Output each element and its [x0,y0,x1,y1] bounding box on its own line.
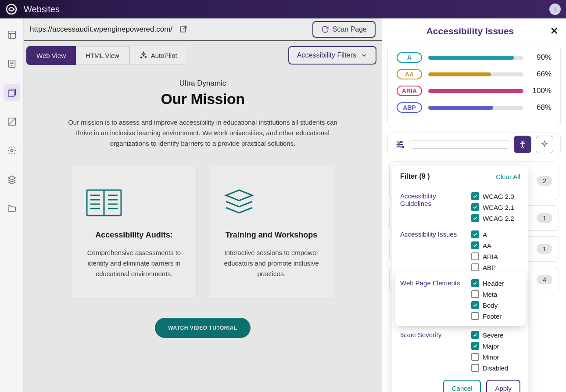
filter-option-body[interactable]: Body [471,301,520,309]
checkbox-icon [471,203,479,211]
card-text: Comprehensive assessments to identify an… [84,248,184,279]
accessibility-filters-button[interactable]: Accessibility Filters [288,46,376,65]
filter-section-elements: Web Page ElementsHeaderMetaBodyFooter [397,273,524,324]
search-input[interactable] [409,140,509,149]
filter-option-aa[interactable]: AA [471,241,520,249]
sidebar-layers[interactable] [4,171,20,188]
tab-autopilot[interactable]: AutoPilot [129,46,187,65]
filter-option-minor[interactable]: Minor [471,353,520,361]
clear-all-link[interactable]: Clear All [496,173,520,180]
badge-a: A [397,52,422,63]
accessibility-icon-button[interactable] [514,136,531,153]
issue-count-badge: 1 [537,244,552,254]
checkbox-icon [471,214,479,222]
avatar[interactable]: I [549,4,561,15]
option-label: Disabled [483,364,508,372]
svg-point-5 [11,149,13,152]
option-label: Major [483,342,499,350]
badge-aa: AA [397,69,422,79]
filter-option-major[interactable]: Major [471,342,520,350]
sidebar-settings[interactable] [4,142,20,159]
app-logo [5,3,18,15]
sliders-icon[interactable] [395,140,405,149]
option-label: Meta [483,291,497,298]
page-preview: Ultra Dynamic Our Mission Our mission is… [24,75,382,342]
filter-section-issues: Accessibility IssuesAAAARIAABP [400,224,520,273]
option-label: AA [483,242,491,249]
checkbox-icon [471,192,479,200]
svg-point-11 [522,141,523,143]
checkbox-icon [471,263,479,271]
watch-tutorial-button[interactable]: WATCH VIDEO TUTORIAL [155,318,251,338]
progress-section: A 90%AA 66%ARIA 100%ABP 68% [387,44,561,127]
panel-toolbar [387,133,561,156]
issue-count-badge: 1 [537,213,552,223]
filter-title: Filter (9 ) [400,173,430,180]
filter-option-header[interactable]: Header [471,279,520,287]
card-audits: Accessibility Audits: Comprehensive asse… [72,166,196,298]
refresh-icon [321,25,329,33]
sidebar-images[interactable] [4,113,20,130]
progress-track [428,72,523,76]
scan-page-button[interactable]: Scan Page [312,21,376,38]
sparkle-icon-button[interactable] [536,136,553,153]
panel-title: Accessibility Issues [390,26,550,36]
issue-count-badge: 4 [537,275,552,284]
content-area: https://accessaudit.wpenginepowered.com/… [24,18,382,392]
tab-web-view[interactable]: Web View [26,46,76,65]
checkbox-icon [471,312,479,320]
card-training: Training and Workshops Interactive sessi… [209,166,333,298]
url-text: https://accessaudit.wpenginepowered.com/ [30,25,172,34]
checkbox-icon [471,301,479,309]
tab-html-view[interactable]: HTML View [76,46,129,65]
apply-button[interactable]: Apply [486,380,520,392]
checkbox-icon [471,290,479,298]
sidebar-dashboard[interactable] [4,26,20,43]
checkbox-icon [471,342,479,350]
filter-option-aria[interactable]: ARIA [471,252,520,260]
sidebar-folder[interactable] [4,200,20,217]
option-label: Severe [483,331,504,339]
filter-option-abp[interactable]: ABP [471,263,520,271]
progress-track [428,89,523,93]
close-icon[interactable]: ✕ [550,25,558,37]
svg-point-8 [401,141,402,143]
option-label: ABP [483,264,496,271]
option-label: WCAG 2.2 [483,215,514,222]
progress-pct: 100% [530,86,552,95]
filter-option-severe[interactable]: Severe [471,331,520,339]
card-title: Accessibility Audits: [84,230,184,240]
progress-row-abp: ABP 68% [397,102,552,113]
filter-section-label: Issue Severity [400,331,466,372]
checkbox-icon [471,331,479,339]
filter-option-wcag-2-0[interactable]: WCAG 2.0 [471,192,520,200]
top-bar: Websites I [0,0,566,18]
card-text: Interactive sessions to empower educator… [222,248,321,279]
checkbox-icon [471,241,479,249]
card-title: Training and Workshops [222,230,321,240]
badge-abp: ABP [397,102,422,113]
filter-option-disabled[interactable]: Disabled [471,364,520,372]
filter-option-a[interactable]: A [471,230,520,238]
option-label: WCAG 2.1 [483,204,514,211]
sidebar-reports[interactable] [4,55,20,72]
sidebar-pages[interactable] [4,84,20,101]
cancel-button[interactable]: Cancel [443,380,481,392]
filter-option-footer[interactable]: Footer [471,312,520,320]
page-subtitle: Ultra Dynamic [41,79,364,88]
page-heading: Our Mission [41,90,364,108]
progress-pct: 90% [530,53,552,62]
open-external-icon[interactable] [179,25,187,34]
filter-option-wcag-2-1[interactable]: WCAG 2.1 [471,203,520,211]
svg-rect-3 [8,90,14,97]
progress-row-a: A 90% [397,52,552,63]
progress-row-aa: AA 66% [397,69,552,79]
option-label: Minor [483,353,499,361]
filter-option-meta[interactable]: Meta [471,290,520,298]
filter-option-wcag-2-2[interactable]: WCAG 2.2 [471,214,520,222]
filter-section-label: Accessibility Guidelines [400,192,466,222]
option-label: WCAG 2.0 [483,193,514,200]
sidebar [0,18,24,392]
filter-section-guidelines: Accessibility GuidelinesWCAG 2.0WCAG 2.1… [400,186,520,224]
filter-section-label: Web Page Elements [400,279,466,320]
